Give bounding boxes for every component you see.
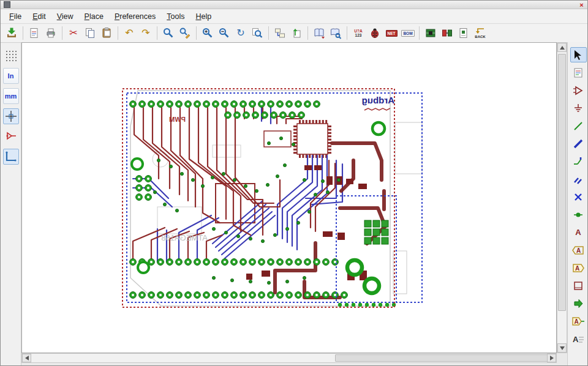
opamp-symbol-icon bbox=[573, 85, 584, 96]
add-component-button[interactable] bbox=[570, 83, 587, 98]
add-global-label-button[interactable]: A bbox=[570, 242, 587, 258]
find-button[interactable] bbox=[160, 25, 176, 41]
add-junction-button[interactable] bbox=[570, 207, 587, 222]
cvpcb-button[interactable] bbox=[439, 25, 455, 41]
pcb-board-icon bbox=[424, 27, 437, 39]
grid-icon bbox=[5, 50, 17, 62]
zoom-out-button[interactable] bbox=[216, 25, 232, 41]
add-text-button[interactable]: A bbox=[570, 331, 587, 346]
menu-help[interactable]: Help bbox=[190, 10, 217, 23]
zoom-redraw-button[interactable]: ↻ bbox=[233, 25, 249, 41]
add-bus-button[interactable] bbox=[570, 136, 587, 151]
bom-button[interactable]: BOM bbox=[400, 25, 416, 41]
library-editor-button[interactable] bbox=[311, 25, 327, 41]
toolbar-separator bbox=[157, 26, 157, 40]
library-book-icon bbox=[313, 27, 325, 39]
paste-icon bbox=[100, 27, 113, 39]
right-arrow-icon bbox=[550, 356, 554, 360]
sheet-icon bbox=[573, 280, 584, 291]
scroll-left-button[interactable] bbox=[22, 354, 31, 362]
schematic-canvas[interactable]: Ardbug ATMEGA168 PWM bbox=[21, 42, 557, 353]
add-sheet-pin-button[interactable]: A bbox=[570, 313, 587, 329]
add-net-label-button[interactable]: A bbox=[570, 225, 587, 240]
no-connect-button[interactable] bbox=[570, 189, 587, 204]
leave-sheet-button[interactable] bbox=[288, 25, 304, 41]
window-icon bbox=[4, 1, 10, 8]
annotate-button[interactable]: U?A 123 bbox=[350, 25, 366, 41]
hierarchical-label-icon: A bbox=[571, 263, 585, 274]
run-pcbnew-button[interactable] bbox=[423, 25, 439, 41]
scroll-right-button[interactable] bbox=[547, 354, 556, 362]
bus-icon bbox=[573, 138, 584, 149]
hierarchy-sheet-icon bbox=[573, 67, 584, 78]
add-sheet-button[interactable] bbox=[570, 278, 587, 293]
cursor-tool-button[interactable] bbox=[570, 47, 587, 62]
library-browser-button[interactable] bbox=[328, 25, 344, 41]
add-power-port-button[interactable] bbox=[570, 100, 587, 116]
horizontal-scrollbar[interactable] bbox=[21, 353, 557, 363]
units-mm-label: mm bbox=[5, 92, 17, 100]
text-tool-icon: A bbox=[571, 334, 585, 345]
bus-to-bus-entry-button[interactable] bbox=[570, 171, 587, 187]
silkscreen-text: ATMEGA168 bbox=[161, 233, 208, 242]
add-hierarchical-label-button[interactable]: A bbox=[570, 260, 587, 275]
hidden-pin-icon bbox=[5, 130, 17, 143]
grid-toggle-button[interactable] bbox=[3, 48, 19, 64]
redo-button[interactable]: ↷ bbox=[138, 25, 154, 41]
import-sheet-pin-button[interactable] bbox=[570, 296, 587, 311]
scroll-down-button[interactable] bbox=[557, 343, 567, 353]
svg-text:A: A bbox=[575, 318, 579, 325]
find-replace-button[interactable] bbox=[177, 25, 193, 41]
cut-button[interactable]: ✂ bbox=[66, 25, 81, 41]
cursor-shape-button[interactable] bbox=[3, 108, 19, 124]
print-button[interactable] bbox=[43, 25, 59, 41]
board-title-text: Ardbug bbox=[362, 95, 394, 105]
menubar: File Edit View Place Preferences Tools H… bbox=[1, 9, 587, 24]
paste-button[interactable] bbox=[99, 25, 115, 41]
toolbar-separator bbox=[419, 26, 420, 40]
vertical-scroll-thumb[interactable] bbox=[558, 54, 566, 311]
up-arrow-icon bbox=[560, 46, 565, 50]
wire-icon bbox=[573, 121, 584, 132]
svg-text:A: A bbox=[575, 265, 579, 272]
refresh-icon: ↻ bbox=[236, 28, 244, 38]
left-toolbar: In mm bbox=[1, 43, 21, 365]
horizontal-scroll-thumb[interactable] bbox=[335, 354, 548, 362]
copy-button[interactable] bbox=[82, 25, 98, 41]
search-icon bbox=[162, 27, 175, 39]
zoom-in-button[interactable] bbox=[200, 25, 216, 41]
backannotate-button[interactable]: BACK bbox=[472, 25, 488, 41]
units-inches-label: In bbox=[8, 72, 14, 80]
menu-view[interactable]: View bbox=[51, 10, 79, 23]
hierarchy-button[interactable] bbox=[272, 25, 288, 41]
units-mm-button[interactable]: mm bbox=[3, 88, 19, 104]
footprint-doc-button[interactable] bbox=[456, 25, 472, 41]
menu-file[interactable]: File bbox=[4, 10, 27, 23]
toolbar-separator bbox=[23, 26, 23, 40]
hidden-pins-button[interactable] bbox=[3, 129, 19, 144]
window-close-button[interactable]: × bbox=[578, 1, 586, 8]
footprint-doc-icon bbox=[458, 27, 470, 39]
menu-edit[interactable]: Edit bbox=[27, 10, 51, 23]
units-inches-button[interactable]: In bbox=[3, 68, 19, 84]
save-button[interactable] bbox=[4, 25, 20, 41]
netlist-button[interactable]: NET bbox=[383, 25, 399, 41]
wire-to-bus-entry-button[interactable] bbox=[570, 154, 587, 169]
menu-tools[interactable]: Tools bbox=[161, 10, 190, 23]
scroll-up-button[interactable] bbox=[557, 43, 567, 52]
undo-button[interactable]: ↶ bbox=[121, 25, 137, 41]
add-wire-button[interactable] bbox=[570, 118, 587, 133]
menu-place[interactable]: Place bbox=[79, 10, 109, 23]
zoom-fit-button[interactable] bbox=[249, 25, 265, 41]
bom-icon: BOM bbox=[401, 30, 414, 37]
hierarchy-icon bbox=[274, 27, 286, 39]
vertical-scrollbar[interactable] bbox=[557, 42, 567, 353]
hv-orientation-button[interactable] bbox=[3, 149, 19, 165]
menu-preferences[interactable]: Preferences bbox=[109, 10, 161, 23]
leave-sheet-icon bbox=[290, 27, 303, 39]
hierarchy-navigator-button[interactable] bbox=[570, 65, 587, 80]
svg-text:A: A bbox=[573, 335, 579, 344]
hv-lines-icon bbox=[5, 151, 17, 163]
page-settings-button[interactable] bbox=[26, 25, 42, 41]
erc-button[interactable] bbox=[367, 25, 383, 41]
